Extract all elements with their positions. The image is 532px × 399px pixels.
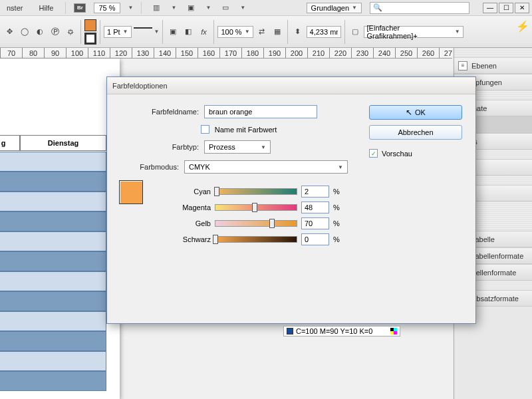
cyan-slider[interactable]	[215, 188, 297, 195]
table-row[interactable]	[0, 291, 106, 311]
yellow-slider[interactable]	[215, 220, 297, 227]
search-icon: 🔍	[373, 3, 382, 12]
table-row[interactable]	[0, 192, 106, 211]
panel-layers[interactable]: ≡Ebenen	[454, 57, 532, 74]
separator	[344, 20, 345, 44]
fill-swatch[interactable]	[84, 19, 96, 31]
table-header-cell[interactable]: g	[0, 135, 20, 151]
table-row[interactable]	[0, 251, 106, 271]
lightning-icon[interactable]: ⚡	[516, 20, 529, 33]
ok-button[interactable]: ↖ OK	[369, 105, 462, 120]
separator	[65, 2, 66, 14]
close-button[interactable]: ✕	[515, 3, 529, 13]
colortype-label: Farbtyp:	[119, 143, 199, 151]
workspace-dropdown[interactable]: Grundlagen▼	[307, 3, 362, 13]
screen-mode-icon[interactable]: ▣	[184, 1, 198, 15]
separator	[80, 20, 81, 44]
table-row[interactable]	[0, 331, 106, 351]
name-with-value-label: Name mit Farbwert	[215, 126, 277, 134]
separator	[287, 20, 288, 44]
ellipse-icon[interactable]: ◯	[18, 25, 31, 39]
table-row[interactable]	[0, 371, 106, 391]
cyan-value[interactable]	[301, 186, 329, 198]
separator	[141, 2, 142, 14]
table-row[interactable]	[0, 271, 106, 291]
stroke-swatch[interactable]	[84, 33, 96, 45]
maximize-button[interactable]: ☐	[499, 3, 513, 13]
view-mode-icon[interactable]: ▥	[150, 1, 163, 15]
chevron-down-icon[interactable]: ▼	[128, 5, 134, 11]
menu-window[interactable]: nster	[3, 2, 27, 14]
crop-icon[interactable]: ▦	[271, 25, 284, 39]
paragraph-style-icon[interactable]: ℗	[49, 25, 62, 39]
colortype-select[interactable]: Prozess▼	[204, 140, 271, 154]
preview-label: Vorschau	[382, 150, 412, 158]
object-style-icon[interactable]: ▢	[348, 25, 362, 39]
flip-icon[interactable]: ⇄	[255, 25, 269, 39]
separator	[100, 20, 100, 44]
frame-style-dropdown[interactable]: [Einfacher Grafikrahmen]+▼	[364, 26, 464, 38]
separator	[213, 20, 214, 44]
top-menubar: nster Hilfe Br 75 % ▼ ▥▼ ▣▼ ▭▼ Grundlage…	[0, 0, 532, 16]
table-body	[0, 152, 106, 391]
magenta-value[interactable]	[301, 201, 329, 213]
layers-icon: ≡	[458, 61, 467, 70]
preview-checkbox[interactable]: ✓	[369, 149, 378, 158]
swatch-name-label: Farbfeldname:	[119, 108, 199, 116]
colormode-select[interactable]: CMYK▼	[184, 160, 348, 174]
align-icon[interactable]: ⯐	[64, 25, 77, 39]
table-header-cell[interactable]: Dienstag	[20, 135, 106, 151]
table-row[interactable]	[0, 311, 106, 331]
black-slider[interactable]	[215, 236, 297, 243]
yellow-value[interactable]	[301, 217, 329, 229]
name-with-value-checkbox[interactable]	[201, 125, 209, 134]
effects-icon[interactable]: ◧	[182, 25, 195, 39]
arrange-icon[interactable]: ▭	[219, 1, 232, 15]
ruler-horizontal: 7080901001101201301401501601701801902002…	[0, 48, 452, 59]
magenta-label: Magenta	[154, 203, 211, 211]
table-header-row: g Dienstag	[0, 135, 106, 151]
black-value[interactable]	[301, 233, 329, 245]
table-row[interactable]	[0, 231, 106, 251]
stroke-weight-field[interactable]: 1 Pt▼	[104, 26, 132, 38]
measure-icon[interactable]: ⬍	[291, 25, 305, 39]
table-row[interactable]	[0, 172, 106, 192]
cancel-button[interactable]: Abbrechen	[369, 125, 462, 140]
cyan-label: Cyan	[154, 188, 211, 196]
status-swatch-row[interactable]: C=100 M=90 Y=10 K=0	[283, 326, 400, 336]
table-row[interactable]	[0, 351, 106, 371]
dialog-title: Farbfeldoptionen	[112, 82, 168, 90]
table-row[interactable]	[0, 152, 106, 172]
swatch-chip	[287, 328, 293, 334]
black-label: Schwarz	[154, 235, 211, 243]
bridge-icon[interactable]: Br	[74, 3, 86, 13]
magenta-slider[interactable]	[215, 204, 297, 211]
scale-field[interactable]: 100 %▼	[217, 26, 253, 38]
colormode-label: Farbmodus:	[119, 163, 179, 171]
cursor-icon: ↖	[406, 108, 412, 117]
search-input[interactable]: 🔍	[370, 2, 469, 14]
zoom-level[interactable]: 75 %	[94, 3, 120, 13]
window-buttons: — ☐ ✕	[483, 3, 529, 13]
swatch-options-dialog: Farbfeldoptionen Farbfeldname: Name mit …	[106, 76, 476, 324]
process-icon	[390, 328, 397, 334]
page: g Dienstag	[0, 59, 120, 399]
menu-help[interactable]: Hilfe	[35, 2, 57, 14]
separator	[162, 20, 163, 44]
swatch-name-input[interactable]	[204, 105, 317, 118]
control-toolbar: ✥ ◯ ◐ ℗ ⯐ 1 Pt▼ ▼ ▣ ◧ fx 100 %▼ ⇄ ▦ ⬍ ▢ …	[0, 16, 532, 48]
corner-icon[interactable]: ◐	[33, 25, 47, 39]
color-preview-swatch	[119, 180, 143, 204]
wrap-icon[interactable]: ▣	[166, 25, 180, 39]
anchor-icon[interactable]: ✥	[3, 25, 16, 39]
dimension-field[interactable]	[307, 26, 341, 38]
dialog-titlebar[interactable]: Farbfeldoptionen	[107, 77, 475, 94]
fx-icon[interactable]: fx	[197, 25, 210, 39]
swatch-name: C=100 M=90 Y=10 K=0	[296, 327, 372, 335]
table-row[interactable]	[0, 211, 106, 231]
minimize-button[interactable]: —	[483, 3, 497, 13]
yellow-label: Gelb	[154, 219, 211, 227]
stroke-style-icon[interactable]	[134, 27, 152, 37]
